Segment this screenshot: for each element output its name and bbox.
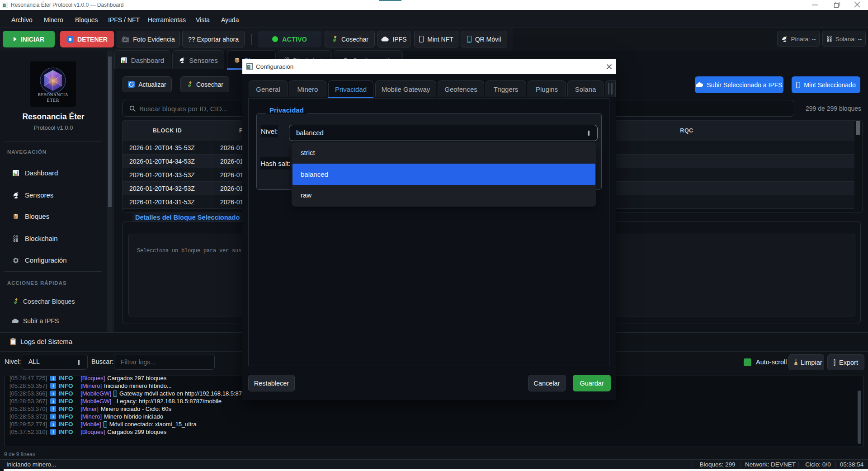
svg-text:ÉTER: ÉTER xyxy=(47,98,60,103)
svg-text:RESONANCIA: RESONANCIA xyxy=(38,93,68,97)
